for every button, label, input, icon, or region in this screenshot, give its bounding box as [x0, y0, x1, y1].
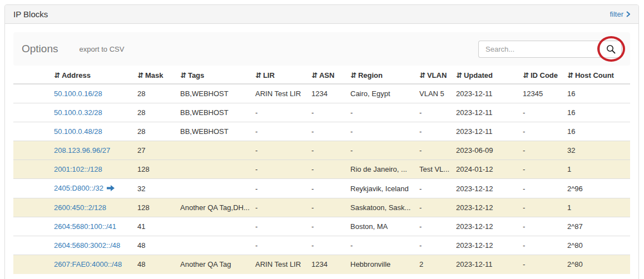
cell-id-code: - — [518, 103, 563, 122]
cell-id-code: 12345 — [518, 84, 563, 103]
cell-address: 2604:5680:100::/41 — [49, 217, 133, 236]
cell-lir: ARIN Test LIR — [251, 84, 307, 103]
cell-region: - — [346, 236, 415, 255]
cell-id-code: - — [518, 236, 563, 255]
table-row: 2604:5680:100::/41 41 - - Boston, MA - 2… — [13, 217, 630, 236]
sort-icon: ⇵ — [137, 71, 143, 79]
cell-host-count: 2^96 — [563, 179, 630, 198]
page-title: IP Blocks — [13, 9, 48, 19]
cell-asn: 1234 — [307, 84, 346, 103]
cell-updated: 2024-01-12 — [452, 160, 518, 179]
cell-mask: 28 — [133, 84, 176, 103]
cell-id-code: - — [518, 255, 563, 274]
sort-icon: ⇵ — [180, 71, 186, 79]
cell-asn: - — [307, 122, 346, 141]
cell-region: Reykjavik, Iceland — [346, 179, 415, 198]
cell-vlan: Test VL... — [415, 160, 452, 179]
table-row: 208.123.96.96/27 27 - - - - 2023-06-09 -… — [13, 141, 630, 160]
table-row: 2405:D800::/32 32 - - Reykjavik, Iceland… — [13, 179, 630, 198]
cell-lir: - — [251, 103, 307, 122]
cell-lir: ARIN Test LIR — [251, 255, 307, 274]
ip-blocks-table: ⇵Address ⇵Mask ⇵Tags ⇵LIR ⇵ASN ⇵Region ⇵… — [13, 67, 630, 274]
cell-updated: 2023-12-11 — [452, 122, 518, 141]
cell-asn: - — [307, 179, 346, 198]
cell-blank — [13, 217, 49, 236]
column-header-vlan[interactable]: ⇵VLAN — [415, 67, 452, 84]
column-header-region[interactable]: ⇵Region — [346, 67, 415, 84]
sort-icon: ⇵ — [456, 71, 462, 79]
address-link[interactable]: 2405:D800::/32 — [54, 184, 103, 192]
sort-icon: ⇵ — [523, 71, 529, 79]
cell-host-count: 1 — [563, 160, 630, 179]
address-link[interactable]: 2604:5680:100::/41 — [54, 222, 116, 231]
table-header-row: ⇵Address ⇵Mask ⇵Tags ⇵LIR ⇵ASN ⇵Region ⇵… — [13, 67, 630, 84]
cell-blank — [13, 236, 49, 255]
column-header-address[interactable]: ⇵Address — [49, 67, 133, 84]
cell-region: Saskatoon, Sask... — [346, 198, 415, 217]
cell-asn: - — [307, 236, 346, 255]
address-link[interactable]: 50.100.0.16/28 — [54, 89, 102, 98]
cell-vlan: - — [415, 217, 452, 236]
column-label: Updated — [464, 71, 493, 79]
column-label: Address — [62, 71, 91, 79]
search-button[interactable] — [600, 41, 622, 58]
cell-region: Rio de Janeiro, ... — [346, 160, 415, 179]
cell-blank — [13, 198, 49, 217]
cell-updated: 2023-12-11 — [452, 255, 518, 274]
cell-host-count: 2^87 — [563, 217, 630, 236]
panel-heading: IP Blocks filter — [5, 5, 638, 24]
cell-lir: - — [251, 198, 307, 217]
filter-link[interactable]: filter — [610, 10, 630, 18]
sort-icon: ⇵ — [255, 71, 261, 79]
column-header-lir[interactable]: ⇵LIR — [251, 67, 307, 84]
address-link[interactable]: 2600:450::2/128 — [54, 203, 106, 212]
cell-tags — [176, 236, 251, 255]
column-label: Host Count — [575, 71, 614, 79]
column-header-mask[interactable]: ⇵Mask — [133, 67, 176, 84]
cell-blank — [13, 255, 49, 274]
cell-tags: BB,WEBHOST — [176, 103, 251, 122]
address-link[interactable]: 2604:5680:3002::/48 — [54, 241, 120, 250]
cell-host-count: 16 — [563, 103, 630, 122]
cell-mask: 32 — [133, 179, 176, 198]
column-label: ASN — [319, 71, 334, 79]
cell-mask: 41 — [133, 217, 176, 236]
cell-updated: 2023-12-12 — [452, 198, 518, 217]
search-input[interactable] — [478, 41, 600, 58]
column-header-blank — [13, 67, 49, 84]
cell-vlan: - — [415, 198, 452, 217]
column-label: Tags — [188, 71, 204, 79]
cell-host-count: 2^80 — [563, 236, 630, 255]
column-header-updated[interactable]: ⇵Updated — [452, 67, 518, 84]
cell-updated: 2023-12-11 — [452, 84, 518, 103]
address-link[interactable]: 50.100.0.48/28 — [54, 127, 102, 136]
address-link[interactable]: 2001:102::/128 — [54, 165, 102, 173]
column-label: LIR — [263, 71, 275, 79]
cell-asn: - — [307, 160, 346, 179]
address-link[interactable]: 208.123.96.96/27 — [54, 146, 110, 155]
cell-updated: 2023-12-12 — [452, 236, 518, 255]
panel-body: Options export to CSV — [5, 24, 638, 274]
sort-icon: ⇵ — [311, 71, 318, 79]
search-group — [478, 41, 622, 58]
cell-id-code: - — [518, 160, 563, 179]
cell-address: 50.100.0.48/28 — [49, 122, 133, 141]
export-csv-link[interactable]: export to CSV — [79, 45, 124, 53]
cell-region: Hebbronville — [346, 255, 415, 274]
cell-region: - — [346, 122, 415, 141]
cell-mask: 27 — [133, 141, 176, 160]
cell-address: 2604:5680:3002::/48 — [49, 236, 133, 255]
cell-tags — [176, 160, 251, 179]
column-header-host-count[interactable]: ⇵Host Count — [563, 67, 630, 84]
filter-link-label: filter — [610, 10, 623, 18]
cell-mask: 128 — [133, 160, 176, 179]
address-link[interactable]: 50.100.0.32/28 — [54, 108, 102, 117]
column-header-id-code[interactable]: ⇵ID Code — [518, 67, 563, 84]
column-header-asn[interactable]: ⇵ASN — [307, 67, 346, 84]
address-link[interactable]: 2607:FAE0:4000::/48 — [54, 260, 122, 268]
cell-address: 2600:450::2/128 — [49, 198, 133, 217]
cell-updated: 2023-06-09 — [452, 141, 518, 160]
cell-vlan: - — [415, 103, 452, 122]
column-header-tags[interactable]: ⇵Tags — [176, 67, 251, 84]
table-row: 2600:450::2/128 128 Another QA Tag,DH...… — [13, 198, 630, 217]
